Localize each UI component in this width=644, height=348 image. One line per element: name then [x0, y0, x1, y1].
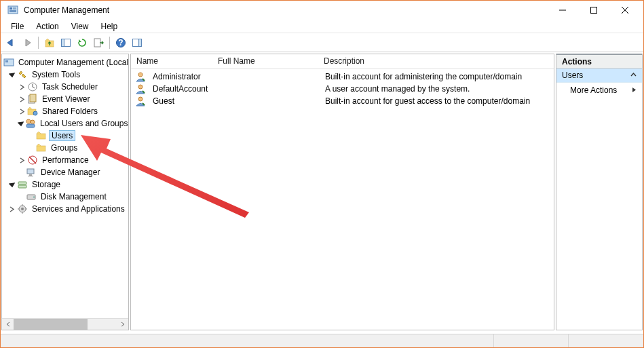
shared-folders-icon — [27, 106, 38, 117]
toolbar: ? — [1, 33, 643, 52]
cell-description: A user account managed by the system. — [320, 84, 554, 94]
svg-rect-32 — [28, 176, 33, 176]
actions-context-label: Users — [562, 71, 583, 80]
cell-name: DefaultAccount — [147, 84, 214, 94]
tree-groups[interactable]: Groups — [2, 142, 128, 154]
column-description[interactable]: Description — [318, 54, 554, 69]
maximize-button[interactable] — [578, 1, 609, 20]
svg-point-36 — [33, 197, 35, 198]
column-fullname[interactable]: Full Name — [212, 54, 318, 69]
tree-label: Services and Applications — [31, 204, 126, 214]
list-item[interactable]: Guest Built-in account for guest access … — [131, 95, 554, 107]
tree-disk-management[interactable]: Disk Management — [2, 191, 128, 203]
actions-header: Actions — [556, 54, 642, 69]
tree-storage[interactable]: Storage — [2, 178, 128, 191]
refresh-button[interactable] — [75, 35, 90, 50]
system-tools-icon — [17, 69, 28, 80]
svg-rect-17 — [5, 60, 8, 62]
status-segment — [1, 334, 494, 347]
horizontal-scrollbar[interactable] — [2, 318, 128, 330]
tree-local-users-groups[interactable]: Local Users and Groups — [2, 117, 128, 130]
list-item[interactable]: Administrator Built-in account for admin… — [131, 71, 554, 83]
expand-icon[interactable] — [18, 107, 26, 115]
tree-label: Event Viewer — [41, 94, 91, 104]
scroll-track[interactable] — [14, 319, 117, 330]
list-item[interactable]: DefaultAccount A user account managed by… — [131, 83, 554, 95]
forward-button[interactable] — [20, 35, 35, 50]
svg-point-24 — [31, 120, 35, 124]
tree-label: Performance — [41, 155, 90, 165]
event-viewer-icon — [27, 94, 38, 104]
menubar: File Action View Help — [1, 20, 643, 33]
svg-rect-2 — [13, 7, 16, 9]
svg-point-40 — [138, 85, 143, 89]
tree-view[interactable]: Computer Management (Local) System Tools… — [2, 54, 128, 318]
main-area: Computer Management (Local) System Tools… — [1, 52, 643, 331]
export-list-button[interactable] — [91, 35, 106, 50]
clock-icon — [27, 81, 38, 92]
expand-icon[interactable] — [7, 205, 16, 213]
show-hide-action-pane-button[interactable] — [130, 35, 145, 50]
computer-management-icon — [3, 57, 14, 68]
users-groups-icon — [25, 118, 36, 129]
tree-performance[interactable]: Performance — [2, 154, 128, 166]
minimize-button[interactable] — [547, 1, 578, 20]
expand-icon[interactable] — [18, 83, 26, 91]
expand-icon[interactable] — [18, 156, 26, 164]
svg-rect-20 — [30, 94, 36, 102]
collapse-icon[interactable] — [7, 180, 16, 189]
tree-task-scheduler[interactable]: Task Scheduler — [2, 81, 128, 93]
folder-icon — [36, 142, 47, 153]
scroll-left-button[interactable] — [2, 319, 14, 330]
tree-pane: Computer Management (Local) System Tools… — [1, 54, 129, 330]
column-name[interactable]: Name — [131, 54, 212, 69]
scroll-thumb[interactable] — [14, 319, 88, 330]
user-icon — [135, 83, 146, 94]
tree-event-viewer[interactable]: Event Viewer — [2, 93, 128, 105]
svg-rect-11 — [94, 39, 100, 47]
storage-icon — [17, 179, 28, 190]
svg-rect-3 — [10, 10, 16, 12]
svg-rect-30 — [27, 169, 34, 174]
toolbar-separator — [109, 37, 110, 49]
user-icon — [135, 96, 146, 107]
menu-help[interactable]: Help — [95, 20, 124, 33]
expand-icon[interactable] — [18, 95, 26, 103]
services-icon — [17, 204, 28, 214]
tree-services-apps[interactable]: Services and Applications — [2, 203, 128, 215]
svg-point-38 — [21, 208, 24, 210]
svg-rect-15 — [139, 39, 142, 46]
menu-action[interactable]: Action — [30, 20, 64, 33]
actions-more[interactable]: More Actions — [556, 83, 642, 98]
svg-point-22 — [33, 111, 37, 115]
svg-rect-1 — [10, 7, 12, 9]
status-segment — [569, 334, 643, 347]
back-button[interactable] — [3, 35, 18, 50]
collapse-icon[interactable] — [7, 71, 16, 79]
tree-device-manager[interactable]: Device Manager — [2, 166, 128, 178]
tree-users[interactable]: Users — [2, 130, 128, 142]
scroll-right-button[interactable] — [117, 319, 128, 330]
help-button[interactable]: ? — [113, 35, 128, 50]
tree-label: Local Users and Groups — [39, 119, 128, 128]
svg-point-39 — [138, 73, 143, 77]
tree-shared-folders[interactable]: Shared Folders — [2, 105, 128, 117]
actions-context[interactable]: Users — [556, 69, 642, 83]
tree-root[interactable]: Computer Management (Local) — [2, 56, 128, 69]
menu-view[interactable]: View — [65, 20, 95, 33]
tree-label: Disk Management — [39, 192, 108, 201]
svg-rect-0 — [8, 6, 18, 14]
collapse-icon[interactable] — [18, 119, 24, 128]
svg-rect-27 — [37, 146, 45, 151]
svg-text:?: ? — [118, 38, 123, 47]
up-button[interactable] — [42, 35, 57, 50]
svg-point-23 — [26, 119, 31, 123]
app-icon — [7, 5, 18, 16]
show-hide-tree-button[interactable] — [58, 35, 73, 50]
close-button[interactable] — [609, 1, 641, 20]
actions-pane: Actions Users More Actions — [556, 54, 643, 330]
tree-system-tools[interactable]: System Tools — [2, 69, 128, 81]
list-body: Administrator Built-in account for admin… — [131, 69, 554, 107]
menu-file[interactable]: File — [5, 20, 30, 33]
svg-rect-31 — [29, 174, 32, 176]
